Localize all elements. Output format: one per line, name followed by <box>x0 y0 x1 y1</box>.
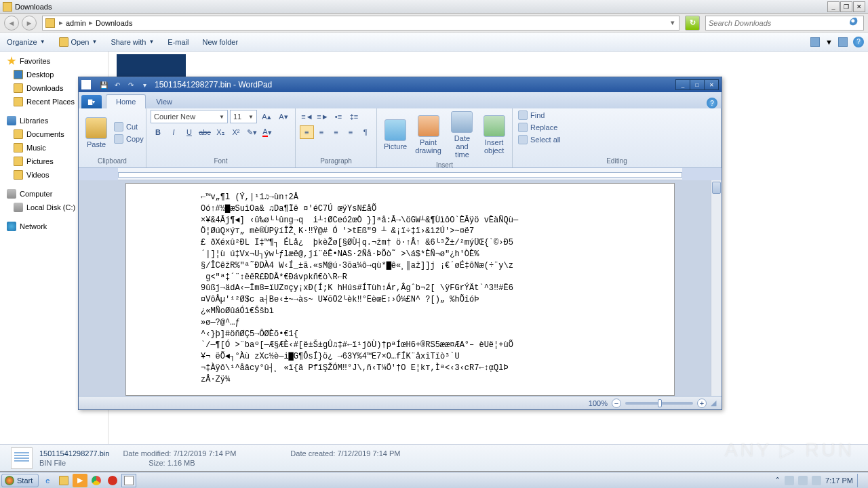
wp-close-button[interactable]: ✕ <box>704 79 719 90</box>
picture-button[interactable]: Picture <box>381 118 410 152</box>
explorer-navbar: ◄ ► ▸ admin ▸ Downloads ▾ ↻ <box>0 14 868 33</box>
wp-help-icon[interactable]: ? <box>707 98 717 108</box>
preview-pane-icon[interactable] <box>838 37 848 47</box>
explorer-title-text: Downloads <box>15 3 827 11</box>
email-button[interactable]: E-mail <box>165 37 191 47</box>
scroll-thumb[interactable] <box>712 182 721 194</box>
view-icon[interactable] <box>810 37 820 47</box>
document-area: ←™v„¶l (Ý,|¹1♫→ùn↑2Å Oó↑#½▇æSuîOa& ♫Da¶Ï… <box>79 180 722 396</box>
share-button[interactable]: Share with▼ <box>108 37 157 47</box>
breadcrumb[interactable]: ▸ admin ▸ Downloads ▾ <box>42 16 679 30</box>
tray-flag-icon[interactable] <box>785 476 794 485</box>
cut-button[interactable]: Cut <box>113 121 145 132</box>
linespacing-button[interactable]: ‡≡ <box>347 110 361 123</box>
indent-button[interactable]: ≡► <box>315 110 330 123</box>
taskbar: Start e ▶ ⌃ 7:17 PM <box>0 472 868 488</box>
zoom-knob[interactable] <box>658 399 662 407</box>
sidebar-favorites[interactable]: Favorites <box>0 54 108 68</box>
paragraph-dialog-button[interactable]: ¶ <box>358 125 372 139</box>
zoom-slider[interactable] <box>625 402 693 405</box>
back-button[interactable]: ◄ <box>4 16 19 30</box>
newfolder-button[interactable]: New folder <box>199 37 241 47</box>
font-name-combo[interactable]: Courier New▼ <box>151 110 228 123</box>
qat-dropdown-icon[interactable]: ▾ <box>138 79 151 90</box>
minimize-button[interactable]: _ <box>827 1 840 12</box>
replace-button[interactable]: Replace <box>517 122 559 133</box>
qat-undo-icon[interactable]: ↶ <box>111 79 123 90</box>
tray-volume-icon[interactable] <box>798 476 808 485</box>
italic-button[interactable]: I <box>166 125 181 139</box>
maximize-button[interactable]: ❐ <box>840 1 852 12</box>
search-icon[interactable] <box>850 18 861 28</box>
ruler[interactable] <box>118 168 682 180</box>
wordpad-title-text: 15011541298277.bin - WordPad <box>155 80 676 89</box>
explorer-titlebar[interactable]: Downloads _ ❐ ✕ <box>0 0 868 14</box>
superscript-button[interactable]: X² <box>229 125 243 139</box>
close-button[interactable]: ✕ <box>853 1 865 12</box>
open-button[interactable]: Open▼ <box>56 36 100 48</box>
taskbar-ie-icon[interactable]: e <box>40 474 55 487</box>
tab-home[interactable]: Home <box>106 94 146 108</box>
fontcolor-button[interactable]: A▾ <box>260 125 275 139</box>
copy-button[interactable]: Copy <box>113 134 145 144</box>
insertobj-button[interactable]: Insert object <box>480 114 508 156</box>
align-right-button[interactable]: ≡ <box>329 125 343 139</box>
crumb-downloads[interactable]: Downloads <box>94 19 134 27</box>
zoom-in-button[interactable]: + <box>697 399 707 408</box>
tab-view[interactable]: View <box>146 94 182 108</box>
strike-button[interactable]: abc <box>197 125 212 139</box>
taskbar-opera-icon[interactable] <box>105 474 120 487</box>
document-page[interactable]: ←™v„¶l (Ý,|¹1♫→ùn↑2Å Oó↑#½▇æSuîOa& ♫Da¶Ï… <box>125 183 675 396</box>
tray-network-icon[interactable] <box>812 476 821 485</box>
bullets-button[interactable]: •≡ <box>331 110 346 123</box>
grow-font-icon[interactable]: A▴ <box>259 110 274 123</box>
view-dropdown[interactable]: ▼ <box>825 38 833 46</box>
tray-clock[interactable]: 7:17 PM <box>825 476 853 485</box>
details-created: 7/12/2019 7:14 PM <box>337 449 400 458</box>
organize-button[interactable]: Organize▼ <box>4 37 48 47</box>
taskbar-wordpad-icon[interactable] <box>121 474 136 487</box>
help-icon[interactable]: ? <box>853 37 864 47</box>
refresh-button[interactable]: ↻ <box>685 16 700 30</box>
find-button[interactable]: Find <box>517 110 546 121</box>
group-paragraph: Paragraph <box>300 156 372 166</box>
show-desktop-button[interactable] <box>857 474 863 487</box>
wordpad-window: 💾 ↶ ↷ ▾ 15011541298277.bin - WordPad _ □… <box>78 77 722 410</box>
align-justify-button[interactable]: ≡ <box>344 125 358 139</box>
wp-minimize-button[interactable]: _ <box>675 79 690 90</box>
selectall-button[interactable]: Select all <box>517 134 562 145</box>
tray-expand-icon[interactable]: ⌃ <box>774 476 781 485</box>
ribbon-tabs: ▇▾ Home View ? <box>79 92 722 108</box>
app-menu-button[interactable]: ▇▾ <box>81 95 102 108</box>
crumb-admin[interactable]: admin <box>64 19 87 27</box>
paste-button[interactable]: Paste <box>83 116 110 150</box>
qat-redo-icon[interactable]: ↷ <box>125 79 137 90</box>
align-left-button[interactable]: ≡ <box>300 125 314 139</box>
vertical-scrollbar[interactable] <box>711 180 722 396</box>
wp-maximize-button[interactable]: □ <box>690 79 705 90</box>
search-input[interactable] <box>709 19 850 27</box>
underline-button[interactable]: U <box>182 125 197 139</box>
forward-button[interactable]: ► <box>22 16 37 30</box>
wordpad-titlebar[interactable]: 💾 ↶ ↷ ▾ 15011541298277.bin - WordPad _ □… <box>79 77 722 92</box>
search-box[interactable] <box>705 16 864 30</box>
system-tray: ⌃ 7:17 PM <box>770 474 867 487</box>
subscript-button[interactable]: X₂ <box>213 125 228 139</box>
datetime-button[interactable]: Date and time <box>447 110 477 160</box>
dropdown-icon[interactable]: ▾ <box>669 18 676 27</box>
align-center-button[interactable]: ≡ <box>315 125 329 139</box>
start-button[interactable]: Start <box>1 474 39 487</box>
highlight-button[interactable]: ✎▾ <box>244 125 259 139</box>
qat-save-icon[interactable]: 💾 <box>98 79 110 90</box>
taskbar-explorer-icon[interactable] <box>56 474 71 487</box>
paint-button[interactable]: Paint drawing <box>412 114 444 156</box>
details-filename: 15011541298277.bin <box>39 449 109 458</box>
taskbar-chrome-icon[interactable] <box>89 474 104 487</box>
zoom-out-button[interactable]: − <box>612 399 621 408</box>
dedent-button[interactable]: ≡◄ <box>300 110 315 123</box>
shrink-font-icon[interactable]: A▾ <box>276 110 291 123</box>
bold-button[interactable]: B <box>151 125 165 139</box>
taskbar-media-icon[interactable]: ▶ <box>73 474 87 487</box>
font-size-combo[interactable]: 11▼ <box>230 110 257 123</box>
resize-grip-icon[interactable]: ◢ <box>711 399 716 407</box>
